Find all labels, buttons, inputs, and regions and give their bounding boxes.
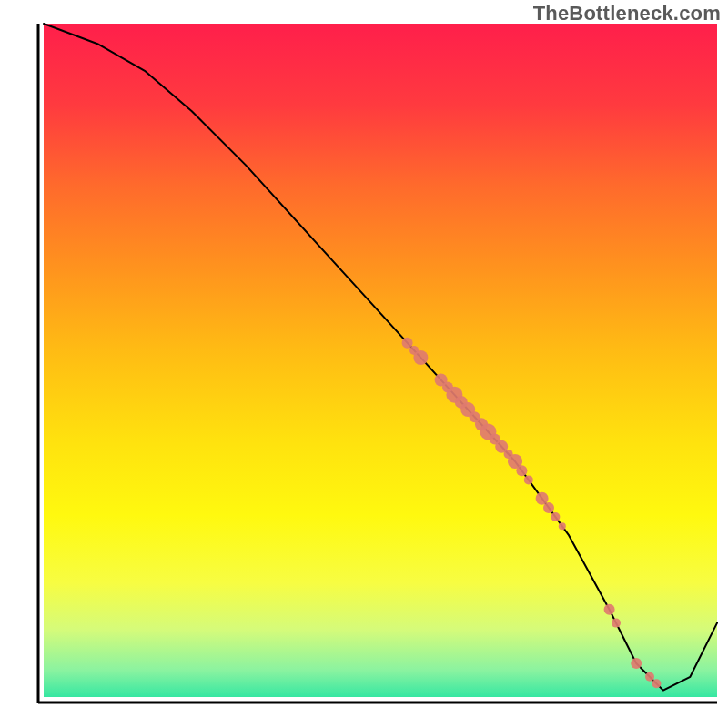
marker-dot [631,658,642,669]
marker-dot [543,502,554,513]
chart-svg [0,0,728,728]
marker-dot [652,679,661,688]
chart-container: TheBottleneck.com [0,0,728,728]
marker-dot [559,522,566,530]
marker-dot [413,350,428,365]
marker-dot [604,604,615,615]
marker-dot [612,619,621,628]
marker-dot [551,512,560,521]
marker-dot [645,672,654,682]
watermark-label: TheBottleneck.com [533,2,721,25]
marker-dot [524,475,533,484]
plot-background [44,24,717,697]
marker-dot [402,338,413,349]
marker-dot [516,465,527,476]
